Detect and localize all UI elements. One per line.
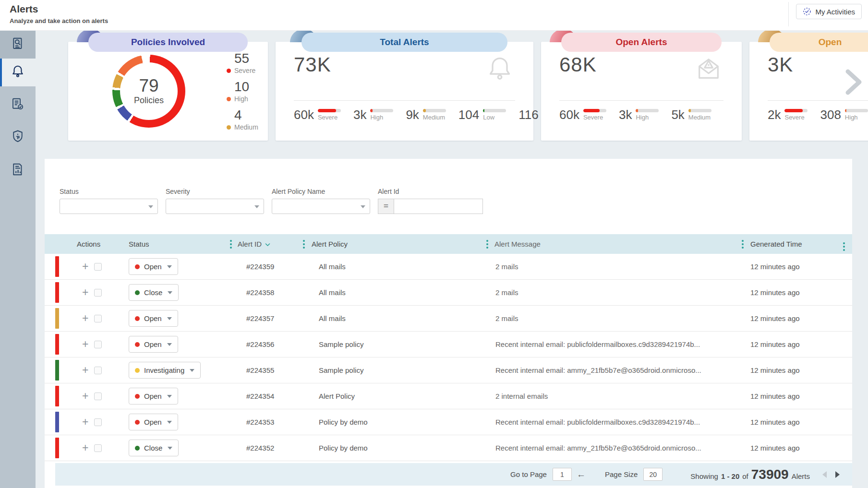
alert-policy-cell: Sample policy — [310, 340, 481, 348]
sort-chevron-icon[interactable] — [265, 240, 270, 248]
go-to-page-input[interactable] — [553, 468, 572, 481]
legend-label: High — [234, 95, 248, 102]
previous-page-button[interactable] — [822, 471, 827, 478]
policy-checklist-icon — [11, 97, 25, 113]
legend-value: 55 — [227, 52, 258, 65]
severity-filter-select[interactable] — [166, 199, 264, 214]
severity-bar — [55, 365, 59, 376]
status-dropdown[interactable]: Investigating — [129, 362, 201, 379]
sidebar-item-alerts[interactable] — [0, 59, 36, 86]
sidebar-item-content-search[interactable] — [0, 31, 36, 59]
alert-policy-cell: All mails — [310, 262, 481, 271]
alert-message-cell: Recent internal email: ammy_21fb5b7e@o36… — [494, 366, 736, 374]
status-dropdown[interactable]: Open — [129, 310, 178, 327]
column-header-alert-id[interactable]: Alert ID — [237, 240, 298, 248]
policies-donut-chart: 79 Policies — [112, 55, 185, 128]
status-filter-select[interactable] — [60, 199, 158, 214]
card-title: Total Alerts — [380, 37, 429, 48]
sidebar — [0, 31, 36, 488]
alert-id-cell[interactable]: #224358 — [237, 288, 298, 297]
alert-policy-cell: Policy by demo — [310, 444, 481, 452]
stat-value: 3k — [619, 108, 632, 121]
row-checkbox[interactable] — [94, 418, 102, 426]
column-menu-icon[interactable] — [742, 240, 744, 249]
table-footer: Go to Page ← Page Size Showing 1 - 20 of… — [55, 463, 852, 486]
sidebar-item-integrations[interactable] — [0, 124, 36, 152]
alert-id-cell[interactable]: #224352 — [237, 444, 298, 452]
stat-label: Severe — [784, 114, 808, 121]
status-dropdown[interactable]: Close — [129, 440, 179, 456]
status-dropdown[interactable]: Open — [129, 414, 178, 430]
card-total-alerts: Total Alerts 73K 60k Severe — [276, 42, 533, 141]
expand-row-button[interactable]: + — [82, 391, 88, 402]
chevron-right-icon — [844, 90, 863, 97]
policy-name-filter-select[interactable] — [272, 199, 370, 214]
alert-message-cell: 2 internal emails — [494, 392, 736, 400]
status-label: Close — [144, 288, 162, 297]
row-checkbox[interactable] — [94, 263, 102, 271]
legend-dot — [227, 69, 231, 73]
severity-bar — [55, 442, 59, 453]
bell-outline-icon — [485, 54, 514, 86]
expand-row-button[interactable]: + — [82, 313, 88, 324]
table-body: + Open #224359 All mails 2 mails 1 — [45, 254, 852, 461]
caret-down-icon — [167, 317, 172, 320]
row-checkbox[interactable] — [94, 393, 102, 400]
status-dropdown[interactable]: Open — [129, 336, 178, 353]
column-menu-icon[interactable] — [843, 242, 845, 251]
card-title-pill: Total Alerts — [301, 33, 508, 52]
row-checkbox[interactable] — [94, 367, 102, 374]
stat-value: 308 — [820, 108, 841, 121]
expand-row-button[interactable]: + — [82, 339, 88, 350]
alert-id-input[interactable] — [394, 199, 483, 214]
expand-row-button[interactable]: + — [82, 417, 88, 428]
cards-next-button[interactable] — [844, 69, 863, 95]
sidebar-item-policies[interactable] — [0, 91, 36, 119]
next-page-button[interactable] — [835, 471, 840, 478]
status-label: Close — [144, 444, 162, 452]
stat-bar — [583, 109, 606, 112]
status-dropdown[interactable]: Open — [129, 258, 178, 275]
status-filter-label: Status — [60, 188, 158, 195]
row-checkbox[interactable] — [94, 289, 102, 297]
status-dropdown[interactable]: Close — [129, 284, 179, 301]
stat-bar — [636, 109, 659, 112]
alert-id-cell[interactable]: #224353 — [237, 418, 298, 426]
expand-row-button[interactable]: + — [82, 442, 88, 453]
status-dot-icon — [135, 368, 140, 373]
status-dot-icon — [135, 446, 140, 451]
column-menu-icon[interactable] — [486, 240, 488, 249]
stat-value: 116 — [518, 108, 538, 121]
severity-filter-label: Severity — [166, 188, 264, 195]
expand-row-button[interactable]: + — [82, 365, 88, 376]
expand-row-button[interactable]: + — [82, 261, 88, 272]
row-checkbox[interactable] — [94, 444, 102, 452]
legend-value: 4 — [227, 108, 258, 122]
alert-id-cell[interactable]: #224359 — [237, 262, 298, 271]
row-checkbox[interactable] — [94, 341, 102, 348]
alert-id-cell[interactable]: #224354 — [237, 392, 298, 400]
alert-id-cell[interactable]: #224357 — [237, 314, 298, 322]
go-arrow-icon[interactable]: ← — [577, 470, 586, 479]
legend-item: 10 High — [227, 80, 258, 102]
alert-id-cell[interactable]: #224355 — [237, 366, 298, 374]
alert-message-cell: Recent internal email: publicfoldermailb… — [494, 418, 736, 426]
page-title: Alerts — [10, 3, 38, 15]
row-checkbox[interactable] — [94, 315, 102, 322]
alert-policy-cell: Sample policy — [310, 366, 481, 374]
column-header-alert-message: Alert Message — [494, 240, 736, 248]
open-alerts-value: 68K — [559, 53, 597, 76]
column-menu-icon[interactable] — [303, 240, 305, 249]
alert-id-cell[interactable]: #224356 — [237, 340, 298, 348]
my-activities-button[interactable]: My Activities — [796, 4, 862, 19]
severity-bar — [55, 339, 59, 350]
caret-down-icon — [254, 205, 259, 208]
page-size-input[interactable] — [643, 468, 663, 481]
column-menu-icon[interactable] — [230, 240, 232, 249]
showing-summary: Showing 1 - 20 of 73909 Alerts — [690, 467, 810, 482]
expand-row-button[interactable]: + — [82, 287, 88, 298]
sidebar-item-reports[interactable] — [0, 156, 36, 184]
stat-value: 2k — [768, 108, 781, 121]
severity-stat: 2k Severe — [768, 108, 808, 121]
status-dropdown[interactable]: Open — [129, 388, 178, 405]
